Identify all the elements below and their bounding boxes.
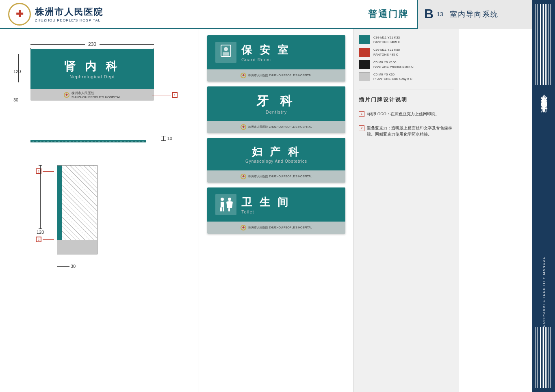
gynaecology-footer: ✚ 株洲市人民医院 ZHUZHOU PEOPLE'S HOSPITAL [207, 170, 345, 183]
svg-rect-4 [221, 202, 224, 207]
profile-dim-label: 10 [167, 136, 172, 141]
b2-line-bottom [43, 239, 54, 240]
hospital-name-cn: 株洲市人民医院 [35, 6, 103, 18]
guard-text-area: 保 安 室 Guard Room [241, 43, 291, 62]
teal-strip-bottom [57, 226, 62, 240]
swatch-label-gray: C0 M0 Y0 K30 PFANTONE Cool Gray 6 C [373, 72, 412, 81]
dentistry-cn: 牙 科 [256, 93, 296, 110]
sign-gynaecology: 妇 产 科 Gynaecology And Obstetrics ✚ 株洲市人民… [207, 138, 345, 183]
swatch-line2-teal: PANTONE 3405 C [373, 40, 400, 44]
swatch-label-teal: C99 M11 Y21 K33 PANTONE 3405 C [373, 35, 400, 44]
hospital-name-area: 株洲市人民医院 ZHUZHOU PEOPLE'S HOSPITAL [35, 6, 103, 22]
sign-diagram-card: 肾 内 科 Nephrological Dept ✚ 株洲市人民医院ZHUZHO… [30, 49, 154, 101]
sign-en-text-1: Nephrological Dept [69, 74, 115, 79]
swatch-teal: C99 M11 Y21 K33 PANTONE 3405 C [359, 35, 454, 44]
dentistry-footer-circle: ✚ [241, 124, 246, 130]
dim-line-left [30, 44, 85, 45]
swatch-line2-red: PANTONE 485 C [373, 53, 399, 56]
dentistry-footer-text: 株洲市人民医院 ZHUZHOU PEOPLE'S HOSPITAL [248, 125, 312, 129]
note-2: 2 重叠亚克力：透明版上反面丝印文字及专色森林绿。两侧亚克力使用化学药水粘接。 [359, 125, 454, 137]
toilet-en: Toilet [241, 209, 291, 214]
gray-strip-bottom [57, 240, 97, 254]
sign-gynaecology-teal: 妇 产 科 Gynaecology And Obstetrics [207, 138, 345, 170]
gynaecology-cn: 妇 产 科 [252, 145, 301, 159]
sign-dentistry-teal: 牙 科 Dentistry [207, 86, 345, 121]
profile-hatch-line [30, 142, 146, 142]
main-content: 230 120 30 肾 内 科 [0, 29, 555, 392]
note-1: 1 标识LOGO：在灰色亚克力上丝网印刷。 [359, 111, 454, 117]
sign-toilet-teal: 卫 生 间 Toilet [207, 187, 345, 222]
indicator-2-bottom: 2 [36, 237, 54, 242]
toilet-footer: ✚ 株洲市人民医院 ZHUZHOU PEOPLE'S HOSPITAL [207, 222, 345, 234]
cn-vertical-text: 企业形象管理手册 [540, 89, 548, 102]
header-title: 普通门牌 [368, 8, 409, 20]
guard-icon [219, 44, 233, 60]
right-panel: C99 M11 Y21 K33 PANTONE 3405 C C99 M11 Y… [353, 29, 459, 392]
swatch-line1-black: C0 M0 Y0 K100 [373, 60, 396, 64]
hdim-label-120: 120 [13, 69, 21, 74]
svg-rect-2 [223, 52, 229, 56]
note-num-1: 1 [359, 111, 364, 117]
swatch-red: C99 M11 Y21 K55 PANTONE 485 C [359, 47, 454, 56]
dentistry-footer-logo: ✚ 株洲市人民医院 ZHUZHOU PEOPLE'S HOSPITAL [241, 124, 312, 130]
footer-cross-icon: ✚ [65, 93, 68, 97]
indicator-line [152, 95, 171, 95]
section-title: 室内导向系统 [450, 9, 499, 19]
gynaecology-footer-text: 株洲市人民医院 ZHUZHOU PEOPLE'S HOSPITAL [248, 174, 312, 179]
swatch-label-black: C0 M0 Y0 K100 PANTONE Process Black C [373, 60, 414, 69]
s120-bot-mark [39, 228, 42, 229]
gynaecology-footer-logo: ✚ 株洲市人民医院 ZHUZHOU PEOPLE'S HOSPITAL [241, 174, 312, 179]
sign-footer-logo: ✚ 株洲市人民医院ZHUZHOU PEOPLE'S HOSPITAL [64, 91, 121, 99]
guard-cn: 保 安 室 [241, 43, 291, 57]
s30-label: 30 [71, 264, 76, 269]
svg-point-7 [228, 198, 231, 201]
footer-hospital-name: 株洲市人民医院ZHUZHOU PEOPLE'S HOSPITAL [72, 91, 121, 99]
guard-icon-box [215, 42, 236, 63]
s120-line [40, 166, 41, 228]
guard-footer-cross: ✚ [242, 74, 245, 77]
swatch-color-black [359, 60, 370, 69]
width-dim-row: 230 [30, 41, 154, 47]
footer-logo-circle: ✚ [64, 92, 69, 98]
swatch-label-red: C99 M11 Y21 K55 PANTONE 485 C [373, 47, 400, 56]
note-num-2: 2 [359, 125, 364, 131]
toilet-icon-box [215, 194, 236, 215]
sign-teal-section: 肾 内 科 Nephrological Dept [30, 49, 154, 89]
b2-box-bottom: 2 [36, 237, 41, 242]
hdim-label-30: 30 [13, 97, 18, 102]
sign-toilet: 卫 生 间 Toilet ✚ 株洲市人民医院 ZHUZHOU PEOPLE'S … [207, 187, 345, 234]
pdim-vert [163, 136, 164, 140]
header-right-section: B 13 室内导向系统 [417, 0, 547, 29]
toilet-icon [217, 197, 234, 212]
height-dim-120: 120 [15, 53, 19, 82]
sign-guard-teal: 保 安 室 Guard Room [207, 35, 345, 69]
s120-label: 120 [37, 230, 44, 235]
swatch-line1-teal: C99 M11 Y21 K33 [373, 36, 400, 39]
profile-teal-bar [30, 140, 146, 142]
b2-line-top [43, 171, 54, 172]
swatch-color-teal [359, 35, 370, 44]
toilet-text-area: 卫 生 间 Toilet [241, 195, 291, 214]
toilet-footer-logo: ✚ 株洲市人民医院 ZHUZHOU PEOPLE'S HOSPITAL [241, 225, 312, 230]
sign-gray-section: ✚ 株洲市人民医院ZHUZHOU PEOPLE'S HOSPITAL 1 [30, 89, 154, 101]
indicator-box-1: 1 [172, 92, 178, 98]
svg-rect-8 [228, 208, 230, 211]
dentistry-en: Dentistry [266, 110, 287, 114]
dentistry-footer-cross: ✚ [242, 125, 245, 129]
barcode-bottom [535, 327, 552, 388]
sign-guard-room: 保 安 室 Guard Room ✚ 株洲市人民医院 ZHUZHOU PEOPL… [207, 35, 345, 82]
dim-line-right [100, 44, 154, 45]
hospital-logo: ✚ [8, 3, 31, 26]
center-panel: 保 安 室 Guard Room ✚ 株洲市人民医院 ZHUZHOU PEOPL… [199, 29, 353, 392]
pdim-bot [161, 140, 166, 141]
swatch-line1-red: C99 M11 Y21 K55 [373, 48, 400, 52]
toilet-footer-circle: ✚ [241, 225, 246, 230]
hospital-name-en: ZHUZHOU PEOPLE'S HOSPITAL [35, 18, 103, 22]
gynaecology-footer-circle: ✚ [241, 174, 246, 179]
svg-rect-5 [220, 207, 222, 211]
svg-point-1 [224, 47, 228, 51]
svg-point-3 [221, 198, 224, 201]
s30-line [57, 266, 69, 267]
profile-dim-marks [161, 136, 166, 141]
profile-diagram: 10 [12, 133, 186, 153]
